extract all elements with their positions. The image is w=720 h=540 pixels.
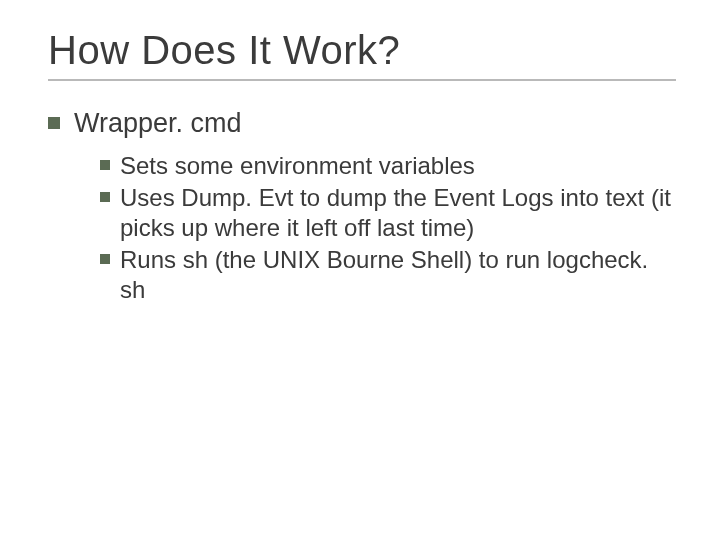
bullet-text: Sets some environment variables bbox=[120, 151, 475, 181]
square-bullet-icon bbox=[100, 192, 110, 202]
bullet-text: Runs sh (the UNIX Bourne Shell) to run l… bbox=[120, 245, 676, 305]
bullet-text: Uses Dump. Evt to dump the Event Logs in… bbox=[120, 183, 676, 243]
sub-bullet-list: Sets some environment variables Uses Dum… bbox=[100, 151, 676, 305]
title-underline bbox=[48, 79, 676, 81]
square-bullet-icon bbox=[48, 117, 60, 129]
square-bullet-icon bbox=[100, 254, 110, 264]
bullet-list: Wrapper. cmd bbox=[48, 107, 676, 141]
list-item: Runs sh (the UNIX Bourne Shell) to run l… bbox=[100, 245, 676, 305]
list-item: Uses Dump. Evt to dump the Event Logs in… bbox=[100, 183, 676, 243]
bullet-text: Wrapper. cmd bbox=[74, 107, 242, 141]
list-item: Sets some environment variables bbox=[100, 151, 676, 181]
slide: How Does It Work? Wrapper. cmd Sets some… bbox=[0, 0, 720, 540]
square-bullet-icon bbox=[100, 160, 110, 170]
list-item: Wrapper. cmd bbox=[48, 107, 676, 141]
slide-title: How Does It Work? bbox=[48, 28, 676, 73]
